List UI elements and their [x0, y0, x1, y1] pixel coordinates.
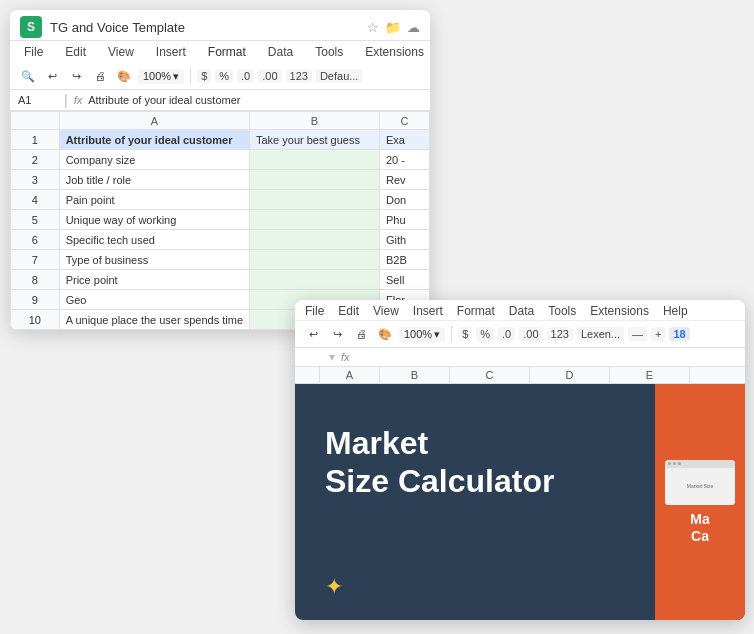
- cell-b4[interactable]: [250, 190, 380, 210]
- cell-a9[interactable]: Geo: [59, 290, 249, 310]
- table-row: 3 Job title / role Rev: [11, 170, 430, 190]
- star-icon[interactable]: ☆: [367, 20, 379, 35]
- menu-data[interactable]: Data: [264, 43, 297, 61]
- menu-tools[interactable]: Tools: [311, 43, 347, 61]
- orange-preview-card: Market Size Ma Ca: [655, 384, 745, 620]
- cell-a8[interactable]: Price point: [59, 270, 249, 290]
- col-c-header[interactable]: C: [380, 112, 430, 130]
- cell-a4[interactable]: Pain point: [59, 190, 249, 210]
- cell-c4[interactable]: Don: [380, 190, 430, 210]
- menu-format[interactable]: Format: [204, 43, 250, 61]
- cell-a3[interactable]: Job title / role: [59, 170, 249, 190]
- s2-menu-edit[interactable]: Edit: [338, 304, 359, 318]
- menu-extensions[interactable]: Extensions: [361, 43, 428, 61]
- s2-inc-btn[interactable]: .00: [519, 327, 542, 341]
- s2-col-a[interactable]: A: [320, 367, 380, 383]
- s2-num-btn[interactable]: 123: [547, 327, 573, 341]
- zoom-control[interactable]: 100% ▾: [138, 69, 184, 84]
- cell-c1[interactable]: Exa: [380, 130, 430, 150]
- s2-col-e[interactable]: E: [610, 367, 690, 383]
- menu-view[interactable]: View: [104, 43, 138, 61]
- s2-plus-btn[interactable]: +: [651, 327, 665, 341]
- s2-menu-tools[interactable]: Tools: [548, 304, 576, 318]
- sheet1-toolbar: 🔍 ↩ ↪ 🖨 🎨 100% ▾ $ % .0 .00 123 Defau...: [10, 63, 430, 90]
- cell-a10[interactable]: A unique place the user spends time: [59, 310, 249, 330]
- spreadsheet-2: File Edit View Insert Format Data Tools …: [295, 300, 745, 620]
- s2-menu-help[interactable]: Help: [663, 304, 688, 318]
- sheet1-title-actions: ☆ 📁 ☁: [367, 20, 420, 35]
- formula-text[interactable]: Attribute of your ideal customer: [88, 94, 422, 106]
- decimal-dec-btn[interactable]: .0: [237, 69, 254, 83]
- cell-b5[interactable]: [250, 210, 380, 230]
- cell-a7[interactable]: Type of business: [59, 250, 249, 270]
- undo-btn[interactable]: ↩: [42, 66, 62, 86]
- paint-format-btn[interactable]: 🎨: [114, 66, 134, 86]
- folder-icon[interactable]: 📁: [385, 20, 401, 35]
- zoom-value: 100%: [143, 70, 171, 82]
- s2-col-d[interactable]: D: [530, 367, 610, 383]
- cell-b7[interactable]: [250, 250, 380, 270]
- currency-btn[interactable]: $: [197, 69, 211, 83]
- cell-a1[interactable]: Attribute of your ideal customer: [59, 130, 249, 150]
- menu-insert[interactable]: Insert: [152, 43, 190, 61]
- menu-edit[interactable]: Edit: [61, 43, 90, 61]
- cell-c2[interactable]: 20 -: [380, 150, 430, 170]
- s2-percent-btn[interactable]: %: [476, 327, 494, 341]
- s2-zoom-chevron: ▾: [434, 328, 440, 341]
- sheet1-menu: File Edit View Insert Format Data Tools …: [10, 41, 430, 63]
- s2-paint-btn[interactable]: 🎨: [375, 324, 395, 344]
- s2-dec-btn[interactable]: .0: [498, 327, 515, 341]
- cloud-icon: ☁: [407, 20, 420, 35]
- cell-c3[interactable]: Rev: [380, 170, 430, 190]
- row-num-9: 9: [11, 290, 60, 310]
- number-btn[interactable]: 123: [286, 69, 312, 83]
- search-btn[interactable]: 🔍: [18, 66, 38, 86]
- cell-a5[interactable]: Unique way of working: [59, 210, 249, 230]
- s2-print-btn[interactable]: 🖨: [351, 324, 371, 344]
- formula-icon: fx: [74, 94, 83, 106]
- s2-zoom-control[interactable]: 100% ▾: [399, 327, 445, 342]
- s2-menu-extensions[interactable]: Extensions: [590, 304, 649, 318]
- s2-font-btn[interactable]: Lexen...: [577, 327, 624, 341]
- s2-menu-format[interactable]: Format: [457, 304, 495, 318]
- row-num-10: 10: [11, 310, 60, 330]
- toolbar-sep-1: [190, 68, 191, 84]
- cell-a2[interactable]: Company size: [59, 150, 249, 170]
- s2-undo-btn[interactable]: ↩: [303, 324, 323, 344]
- font-btn[interactable]: Defau...: [316, 69, 363, 83]
- s2-col-c[interactable]: C: [450, 367, 530, 383]
- row-num-8: 8: [11, 270, 60, 290]
- s2-col-b[interactable]: B: [380, 367, 450, 383]
- s2-menu-insert[interactable]: Insert: [413, 304, 443, 318]
- s2-menu-data[interactable]: Data: [509, 304, 534, 318]
- table-row: 4 Pain point Don: [11, 190, 430, 210]
- cell-b8[interactable]: [250, 270, 380, 290]
- cell-ref[interactable]: A1: [18, 94, 58, 106]
- s2-size-value[interactable]: 18: [669, 327, 689, 341]
- col-b-header[interactable]: B: [250, 112, 380, 130]
- s2-currency-btn[interactable]: $: [458, 327, 472, 341]
- sheets-icon: S: [20, 16, 42, 38]
- percent-btn[interactable]: %: [215, 69, 233, 83]
- cell-b1[interactable]: Take your best guess: [250, 130, 380, 150]
- s2-menu-file[interactable]: File: [305, 304, 324, 318]
- cell-c8[interactable]: Sell: [380, 270, 430, 290]
- orange-line2: Ca: [691, 528, 709, 544]
- cell-b6[interactable]: [250, 230, 380, 250]
- s2-menu-view[interactable]: View: [373, 304, 399, 318]
- s2-dash-btn[interactable]: —: [628, 327, 647, 341]
- orange-card-text: Ma Ca: [690, 511, 709, 545]
- menu-file[interactable]: File: [20, 43, 47, 61]
- cell-a6[interactable]: Specific tech used: [59, 230, 249, 250]
- cell-b3[interactable]: [250, 170, 380, 190]
- print-btn[interactable]: 🖨: [90, 66, 110, 86]
- sparkle-icon: ✦: [325, 574, 343, 600]
- cell-b2[interactable]: [250, 150, 380, 170]
- s2-redo-btn[interactable]: ↪: [327, 324, 347, 344]
- cell-c7[interactable]: B2B: [380, 250, 430, 270]
- col-a-header[interactable]: A: [59, 112, 249, 130]
- cell-c6[interactable]: Gith: [380, 230, 430, 250]
- decimal-inc-btn[interactable]: .00: [258, 69, 281, 83]
- redo-btn[interactable]: ↪: [66, 66, 86, 86]
- cell-c5[interactable]: Phu: [380, 210, 430, 230]
